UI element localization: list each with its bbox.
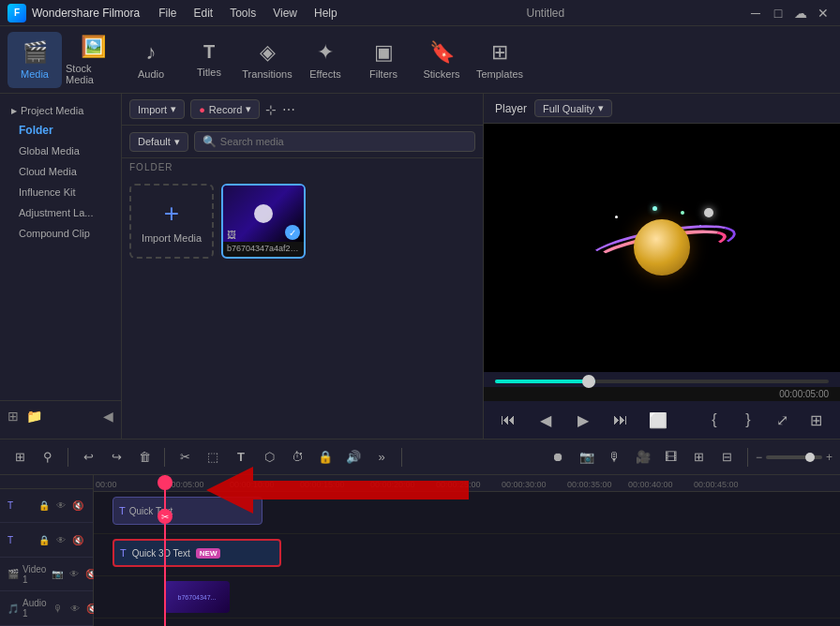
magnet-button[interactable]: ⚲ [36,445,60,470]
tool-titles[interactable]: T Titles [182,32,236,88]
delete-button[interactable]: 🗑 [132,445,157,470]
settings-button[interactable]: ⊞ [802,407,829,433]
record-dropdown[interactable]: ● Record ▾ [190,99,260,119]
audio-button[interactable]: 🔊 [341,445,366,470]
track-eye-icon-a[interactable]: 👁 [68,601,82,616]
sidebar-item-adjustment[interactable]: Adjustment La... [0,202,121,223]
record-button[interactable]: ⏺ [547,445,571,470]
zoom-slider[interactable] [766,455,822,459]
track-eye-icon-v[interactable]: 👁 [67,567,82,582]
menu-view[interactable]: View [265,5,305,22]
sidebar-item-global-media[interactable]: Global Media [0,141,121,161]
clip-quick-3d-text[interactable]: T Quick 3D Text NEW [112,539,281,567]
skip-forward-button[interactable]: ⏭ [608,407,634,433]
import-dropdown[interactable]: Import ▾ [129,99,185,119]
track-eye-icon-1[interactable]: 👁 [53,499,68,514]
split-button[interactable]: ✂ [172,445,197,470]
tool-stickers[interactable]: 🔖 Stickers [414,32,469,88]
clip-video-1[interactable]: b76704347... [164,581,230,613]
video-button[interactable]: 🎥 [631,445,655,470]
timeline-toolbar: ⊞ ⚲ ↩ ↪ 🗑 ✂ ⬚ T ⬡ ⏱ 🔒 🔊 » ⏺ 📷 🎙 🎥 🎞 ⊞ ⊟ … [0,440,840,475]
mark-in-button[interactable]: { [701,407,728,433]
tl-extra-2[interactable]: ⊟ [715,445,740,470]
filter-icon[interactable]: ⊹ [265,102,277,117]
ruler-mark-9: 00:00:45:00 [694,480,739,489]
frame-button[interactable]: ⬜ [645,407,671,433]
more-icon[interactable]: ⋯ [282,102,295,117]
tool-media[interactable]: 🎬 Media [8,32,62,88]
mark-out-button[interactable]: } [735,407,761,433]
undo-button[interactable]: ↩ [76,445,100,470]
menu-file[interactable]: File [151,5,184,22]
sidebar-item-folder[interactable]: Folder [0,120,121,141]
redo-button[interactable]: ↪ [104,445,128,470]
zoom-in-icon[interactable]: + [826,451,832,464]
mic-button[interactable]: 🎙 [603,445,627,470]
track-mic-icon[interactable]: 🎙 [51,601,66,616]
search-bar[interactable]: 🔍 [194,131,475,152]
speed-button[interactable]: ⏱ [285,445,309,470]
sidebar-item-influence-kit[interactable]: Influence Kit [0,182,121,202]
tool-effects[interactable]: ✦ Effects [298,32,352,88]
lock-button[interactable]: 🔒 [313,445,338,470]
close-button[interactable]: ✕ [814,4,832,22]
film-button[interactable]: 🎞 [659,445,683,470]
menu-tools[interactable]: Tools [222,5,263,22]
fullscreen-button[interactable]: ⤢ [769,407,795,433]
crop-button[interactable]: ⬚ [201,445,225,470]
player-quality-dropdown[interactable]: Full Quality ▾ [534,99,612,117]
track-cam-icon[interactable]: 📷 [50,567,65,582]
sidebar-folder-icon[interactable]: 📁 [26,409,42,424]
tool-transitions[interactable]: ◈ Transitions [240,32,294,88]
ruler-mark-3: 00:00:15:00 [300,480,345,489]
tool-filters[interactable]: ▣ Filters [356,32,411,88]
tool-stock-media[interactable]: 🖼️ Stock Media [66,32,120,88]
track-row-text-1: T Quick Text [94,492,840,534]
menu-edit[interactable]: Edit [187,5,221,22]
sidebar-item-cloud-media[interactable]: Cloud Media [0,161,121,182]
minimize-button[interactable]: ─ [746,4,765,22]
stickers-icon: 🔖 [429,40,455,65]
media-grid: + Import Media 🖼 ✓ b76704347a4af2f313c..… [122,176,483,439]
track-row-video-1: b76704347... [94,576,840,619]
text-button[interactable]: T [229,445,253,470]
zoom-out-icon[interactable]: − [756,451,762,464]
maximize-button[interactable]: □ [769,4,788,22]
panel-toolbar-icons: ⊹ ⋯ [265,102,295,117]
sidebar-section-project-media[interactable]: ▶ Project Media [0,101,121,120]
star-2 [615,216,618,218]
track-mute-icon-2[interactable]: 🔇 [70,532,85,547]
timeline-section: ⊞ ⚲ ↩ ↪ 🗑 ✂ ⬚ T ⬡ ⏱ 🔒 🔊 » ⏺ 📷 🎙 🎥 🎞 ⊞ ⊟ … [0,439,840,626]
progress-bar[interactable] [495,380,829,383]
sidebar-item-compound-clip[interactable]: Compound Clip [0,223,121,244]
group-button[interactable]: ⬡ [257,445,281,470]
more-button[interactable]: » [369,445,394,470]
camera-button[interactable]: 📷 [575,445,599,470]
import-media-button[interactable]: + Import Media [129,184,214,259]
thumb-preview: 🖼 ✓ [223,186,304,242]
star-4 [652,206,657,211]
grid-button[interactable]: ⊞ [8,445,32,470]
audio-label: Audio [138,68,164,80]
sidebar-grid-icon[interactable]: ⊞ [8,409,19,424]
ruler-mark-7: 00:00:35:00 [567,480,612,489]
separator-2 [164,448,165,467]
play-button[interactable]: ▶ [570,407,596,433]
track-lock-icon-1[interactable]: 🔒 [37,499,52,514]
sidebar-chevron-icon[interactable]: ◀ [103,409,113,424]
track-lock-icon-2[interactable]: 🔒 [37,532,52,547]
track-eye-icon-2[interactable]: 👁 [53,532,68,547]
default-dropdown[interactable]: Default ▾ [129,132,188,152]
media-thumbnail[interactable]: 🖼 ✓ b76704347a4af2f313c... [221,184,306,259]
search-input[interactable] [220,136,467,147]
tool-audio[interactable]: ♪ Audio [124,32,178,88]
skip-back-button[interactable]: ⏮ [495,407,521,433]
timeline-playhead[interactable] [164,475,166,626]
play-back-button[interactable]: ◀ [532,407,559,433]
tool-templates[interactable]: ⊞ Templates [472,32,527,88]
cloud-button[interactable]: ☁ [791,4,810,22]
menu-help[interactable]: Help [307,5,345,22]
track-mute-icon-1[interactable]: 🔇 [70,499,85,514]
clip-quick-text[interactable]: T Quick Text [112,497,262,525]
tl-extra-1[interactable]: ⊞ [687,445,712,470]
